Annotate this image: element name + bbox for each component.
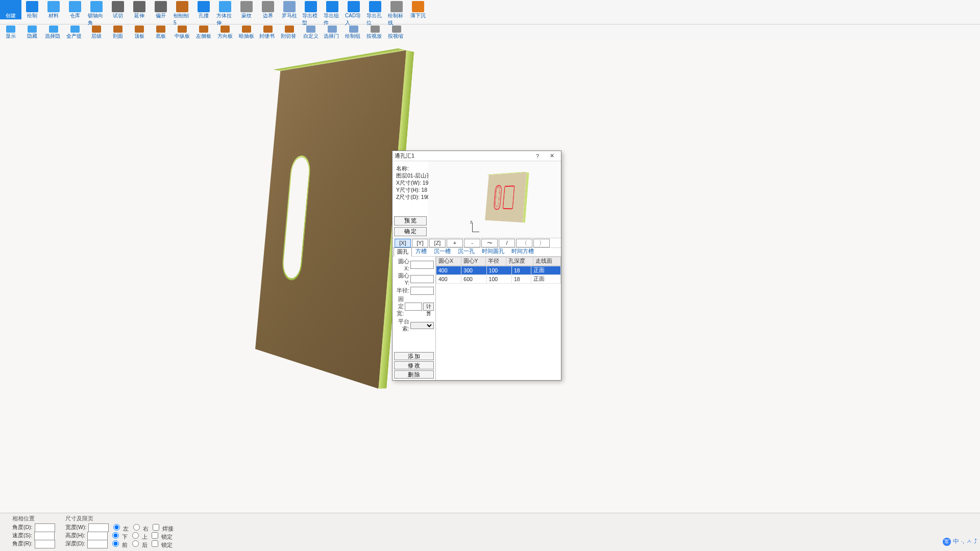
tb1-0[interactable]: 创建 [0, 0, 21, 19]
tb2-7[interactable]: 底板 [150, 24, 172, 40]
axis-btn-6[interactable]: / [499, 239, 515, 247]
axis-btn-0[interactable]: [X] [395, 239, 411, 247]
hole-dialog: 通孔汇1 ? ✕ 名称: 图层01-层山孔1-侧板 X尺寸(W): 1900 Y… [392, 151, 561, 381]
tb1-icon-10 [219, 1, 231, 12]
panel-board[interactable] [255, 50, 406, 389]
tb1-6[interactable]: 延伸 [129, 0, 150, 19]
secondary-toolbar: 显示隐藏选择隐藏全产提示层级剖面顶板底板中纵板左侧板方向板暗抽板封缝书板剖切替换… [0, 24, 980, 40]
tb1-7[interactable]: 偏开 [150, 0, 172, 19]
cy-input[interactable] [410, 275, 434, 283]
tb1-16[interactable]: CAD导入 [343, 0, 364, 27]
tb1-icon-8 [176, 1, 188, 12]
tb2-11[interactable]: 暗抽板 [236, 24, 257, 40]
tb1-4[interactable]: 锁轴向角 [86, 0, 107, 27]
grid-header[interactable]: 圆心X [436, 257, 461, 266]
fixdeg-label: 固定宽: [394, 296, 404, 317]
tb1-5[interactable]: 试切 [107, 0, 129, 19]
grid-header[interactable]: 孔深度 [506, 257, 533, 266]
dialog-close-icon[interactable]: ✕ [545, 153, 559, 159]
axis-btn-2[interactable]: [Z] [429, 239, 446, 247]
axis-btn-3[interactable]: + [447, 239, 463, 247]
tb2-8[interactable]: 中纵板 [172, 24, 193, 40]
radius-label: 半径: [394, 287, 409, 294]
axis-btn-1[interactable]: [Y] [412, 239, 428, 247]
tb2-10[interactable]: 方向板 [214, 24, 236, 40]
bottom-input[interactable] [87, 532, 108, 540]
tb2-1[interactable]: 隐藏 [21, 24, 43, 40]
delete-button[interactable]: 删 除 [394, 370, 434, 379]
tb1-19[interactable]: 薄下沉 [407, 0, 429, 19]
axis-btn-7[interactable]: 〈 [516, 239, 532, 247]
bottom-input[interactable] [88, 523, 109, 532]
tb2-icon-17 [371, 26, 380, 33]
grid-header[interactable]: 圆心Y [461, 257, 486, 266]
tb1-icon-9 [198, 1, 210, 12]
tb1-10[interactable]: 方体拉伸 [214, 0, 236, 27]
axis-btn-4[interactable]: - [464, 239, 480, 247]
preview-button[interactable]: 预 览 [394, 216, 427, 226]
radius-input[interactable] [410, 287, 434, 295]
viewport-3d[interactable]: 通孔汇1 ? ✕ 名称: 图层01-层山孔1-侧板 X尺寸(W): 1900 Y… [0, 39, 980, 517]
hole-tab-1[interactable]: 方槽 [412, 247, 430, 256]
tb1-12[interactable]: 边界 [257, 0, 279, 19]
bottom-input[interactable] [35, 540, 55, 548]
tb1-icon-3 [69, 1, 81, 12]
grid-header[interactable]: 走线面 [533, 257, 561, 266]
hole-tab-0[interactable]: 圆孔 [394, 247, 412, 257]
tb1-2[interactable]: 材料 [43, 0, 64, 19]
tb2-0[interactable]: 显示 [0, 24, 21, 40]
tb1-15[interactable]: 导出组件 [322, 0, 343, 27]
hole-tab-3[interactable]: 沉一孔 [454, 247, 478, 256]
calc-button[interactable]: 计算 [423, 303, 434, 311]
cx-input[interactable] [410, 261, 434, 269]
plane-select[interactable] [410, 322, 434, 329]
tb2-6[interactable]: 顶板 [129, 24, 150, 40]
tb1-icon-14 [305, 1, 317, 12]
tb2-14[interactable]: 自定义 [300, 24, 322, 40]
hole-tab-2[interactable]: 沉一槽 [430, 247, 454, 256]
hole-grid[interactable]: 圆心X圆心Y半径孔深度走线面 40030010018正面40060010018正… [435, 257, 561, 380]
bottom-panel: 相相位置 角度(D):速度(S):角度(R): 尺寸及限页 宽度(W): 左 右… [0, 513, 980, 551]
tb1-8[interactable]: 刨刨刨5 [172, 0, 193, 27]
bottom-input[interactable] [87, 540, 108, 548]
tb1-icon-6 [133, 1, 145, 12]
tb1-11[interactable]: 蒙纹 [236, 0, 257, 19]
tb1-1[interactable]: 绘制 [21, 0, 43, 19]
tb2-9[interactable]: 左侧板 [193, 24, 214, 40]
tb1-17[interactable]: 导出孔位 [364, 0, 386, 27]
hole-tab-4[interactable]: 时间圆孔 [478, 247, 508, 256]
bottom-input[interactable] [35, 523, 55, 532]
tb2-icon-11 [242, 26, 251, 33]
table-row[interactable]: 40030010018正面 [436, 266, 561, 275]
dialog-help-icon[interactable]: ? [530, 153, 545, 159]
tb1-icon-0 [5, 1, 17, 12]
bottom-right-header: 尺寸及限页 [65, 515, 174, 522]
axis-button-row: [X][Y][Z]+-〜/〈〉 [393, 238, 561, 248]
tb2-icon-14 [306, 26, 315, 33]
tb2-5[interactable]: 剖面 [107, 24, 129, 40]
tb1-18[interactable]: 绘制标线 [386, 0, 407, 27]
tb2-4[interactable]: 层级 [86, 24, 107, 40]
tb1-3[interactable]: 仓库 [64, 0, 86, 19]
ok-button[interactable]: 确 定 [394, 227, 427, 236]
fixdeg-input[interactable] [405, 303, 422, 311]
add-button[interactable]: 添 加 [394, 352, 434, 360]
modify-button[interactable]: 修 改 [394, 361, 434, 369]
hole-tab-5[interactable]: 时间方槽 [508, 247, 537, 256]
table-row[interactable]: 40060010018正面 [436, 275, 561, 284]
tb1-13[interactable]: 罗马柱 [279, 0, 300, 19]
ime-icon[interactable]: 军 [943, 538, 951, 546]
bottom-input[interactable] [34, 532, 55, 540]
dialog-preview[interactable]: z [428, 161, 561, 238]
tb1-14[interactable]: 导出模型 [300, 0, 322, 27]
tb2-icon-8 [178, 26, 187, 33]
ime-status[interactable]: 军 中 ·, ㅅ ⤴ [943, 537, 977, 546]
tb2-icon-6 [135, 26, 144, 33]
tb2-icon-18 [392, 26, 401, 33]
axis-btn-5[interactable]: 〜 [481, 239, 498, 247]
tb2-icon-0 [6, 26, 15, 33]
grid-header[interactable]: 半径 [486, 257, 506, 266]
axis-btn-8[interactable]: 〉 [533, 239, 550, 247]
dialog-titlebar[interactable]: 通孔汇1 ? ✕ [393, 151, 561, 161]
tb1-9[interactable]: 孔撞 [193, 0, 214, 19]
